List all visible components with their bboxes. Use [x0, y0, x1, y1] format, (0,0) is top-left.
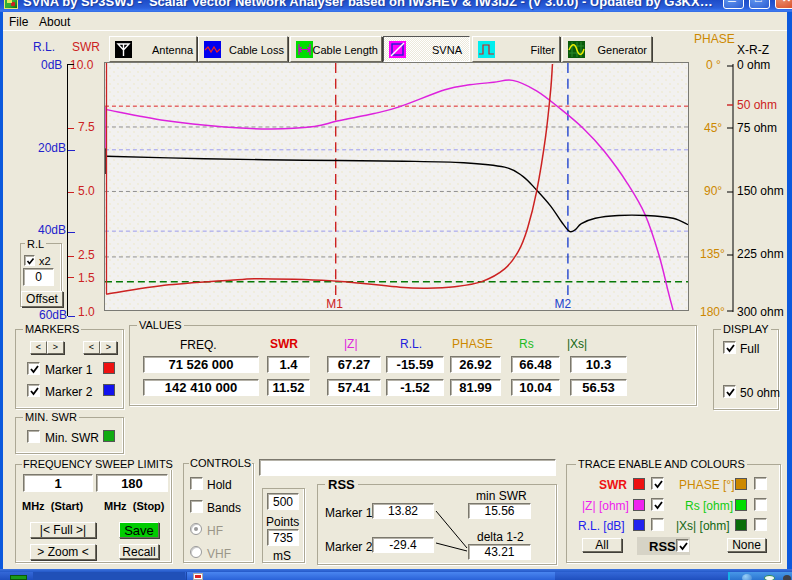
- svg-text:M1: M1: [326, 297, 343, 311]
- svg-text:M2: M2: [554, 297, 571, 311]
